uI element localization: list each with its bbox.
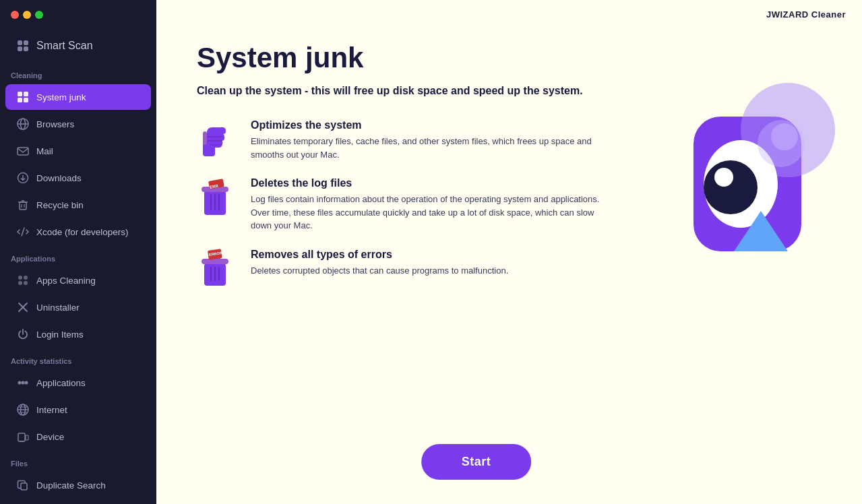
svg-point-67: [771, 123, 798, 150]
svg-rect-1: [24, 40, 28, 45]
features-list: Optimizes the system Eliminates temporar…: [197, 119, 615, 289]
xcode-label: Xcode (for developers): [36, 227, 129, 237]
applications-stat-label: Applications: [36, 378, 86, 388]
logs-icon: ERR: [197, 177, 237, 218]
sidebar-item-apps-cleaning[interactable]: Apps Cleaning: [5, 267, 151, 293]
sidebar-item-duplicate-search[interactable]: Duplicate Search: [5, 472, 151, 498]
feature-text-optimizes: Optimizes the system Eliminates temporar…: [251, 119, 615, 161]
svg-rect-0: [18, 40, 22, 45]
close-button[interactable]: [11, 11, 19, 19]
start-button[interactable]: Start: [421, 444, 532, 480]
feature-desc-errors: Deletes corrupted objects that can cause…: [251, 264, 508, 278]
uninstaller-icon: [16, 301, 30, 314]
svg-rect-2: [18, 46, 22, 51]
errors-icon: ERROR: [197, 249, 237, 289]
sidebar-item-xcode[interactable]: Xcode (for developers): [5, 219, 151, 245]
internet-label: Internet: [36, 405, 67, 415]
start-button-wrap: Start: [421, 444, 532, 480]
sidebar-item-internet[interactable]: Internet: [5, 397, 151, 422]
device-icon: [16, 430, 30, 443]
smart-scan-icon: [16, 39, 30, 53]
sidebar-item-downloads[interactable]: Downloads: [5, 165, 151, 191]
login-items-label: Login Items: [36, 329, 84, 340]
duplicate-search-label: Duplicate Search: [36, 480, 106, 491]
sidebar-item-system-junk[interactable]: System junk: [5, 84, 151, 110]
mail-icon: [16, 144, 30, 158]
svg-rect-3: [24, 46, 28, 51]
svg-rect-37: [21, 483, 27, 490]
section-label-applications: Applications: [0, 245, 156, 267]
sidebar: Smart Scan Cleaning System junk Browsers: [0, 0, 156, 504]
main-header: JWIZARD Cleaner: [156, 0, 862, 29]
svg-point-23: [24, 281, 28, 285]
section-label-activity: Activity statistics: [0, 348, 156, 369]
device-label: Device: [36, 432, 64, 442]
dots-icon: [16, 376, 30, 389]
section-label-files: Files: [0, 450, 156, 472]
xcode-icon: [16, 225, 30, 239]
feature-item-optimizes: Optimizes the system Eliminates temporar…: [197, 119, 615, 161]
page-subtitle: Clean up the system - this will free up …: [197, 83, 601, 99]
download-icon: [16, 171, 30, 185]
svg-rect-34: [18, 433, 25, 441]
system-junk-icon: [16, 90, 30, 104]
svg-point-26: [18, 381, 22, 385]
sidebar-item-smart-scan[interactable]: Smart Scan: [5, 32, 151, 59]
svg-rect-7: [24, 98, 28, 102]
trash-icon: [16, 198, 30, 212]
sidebar-item-device[interactable]: Device: [5, 424, 151, 449]
optimizes-icon: [197, 119, 237, 160]
main-content-area: JWIZARD Cleaner System junk Clean up the…: [156, 0, 862, 504]
app-title: JWIZARD Cleaner: [766, 9, 846, 20]
system-junk-label: System junk: [36, 92, 86, 102]
svg-point-27: [22, 381, 25, 385]
apps-cleaning-icon: [16, 274, 30, 287]
svg-point-22: [18, 281, 22, 285]
sidebar-item-mail[interactable]: Mail: [5, 138, 151, 164]
feature-title-optimizes: Optimizes the system: [251, 119, 615, 131]
feature-text-errors: Removes all types of errors Deletes corr…: [251, 249, 508, 278]
maximize-button[interactable]: [35, 11, 43, 19]
svg-point-20: [18, 276, 22, 280]
feature-title-errors: Removes all types of errors: [251, 249, 508, 261]
uninstaller-label: Uninstaller: [36, 303, 80, 313]
sidebar-item-browsers[interactable]: Browsers: [5, 111, 151, 137]
sidebar-item-recycle-bin[interactable]: Recycle bin: [5, 192, 151, 218]
copy-icon: [16, 478, 30, 492]
traffic-lights: [11, 11, 43, 19]
downloads-label: Downloads: [36, 173, 82, 183]
svg-point-63: [704, 160, 758, 214]
svg-rect-40: [203, 131, 207, 145]
smart-scan-label: Smart Scan: [36, 40, 93, 52]
sidebar-item-applications-stat[interactable]: Applications: [5, 370, 151, 396]
apps-cleaning-label: Apps Cleaning: [36, 276, 96, 286]
feature-text-logs: Deletes the log files Log files contain …: [251, 177, 615, 232]
svg-rect-14: [20, 202, 26, 210]
svg-rect-6: [18, 98, 22, 102]
feature-item-errors: ERROR Removes all types of errors Delete…: [197, 249, 615, 289]
globe2-icon: [16, 403, 30, 416]
recycle-bin-label: Recycle bin: [36, 200, 84, 210]
sidebar-item-uninstaller[interactable]: Uninstaller: [5, 294, 151, 320]
sidebar-item-login-items[interactable]: Login Items: [5, 321, 151, 347]
browsers-icon: [16, 117, 30, 131]
main-content: System junk Clean up the system - this w…: [156, 29, 862, 504]
svg-rect-5: [24, 92, 28, 96]
feature-title-logs: Deletes the log files: [251, 177, 615, 189]
minimize-button[interactable]: [23, 11, 31, 19]
feature-item-logs: ERR Deletes the log files Log files cont…: [197, 177, 615, 232]
feature-desc-logs: Log files contain information about the …: [251, 193, 615, 232]
svg-rect-4: [18, 92, 22, 96]
svg-point-28: [25, 381, 28, 385]
browsers-label: Browsers: [36, 119, 74, 129]
svg-rect-11: [18, 148, 28, 155]
feature-desc-optimizes: Eliminates temporary files, cache files,…: [251, 135, 615, 161]
titlebar: [0, 0, 156, 30]
section-label-cleaning: Cleaning: [0, 62, 156, 84]
illustration: [653, 63, 842, 305]
svg-point-21: [24, 276, 28, 280]
mail-label: Mail: [36, 146, 53, 156]
svg-rect-35: [26, 435, 28, 440]
svg-point-64: [714, 168, 733, 187]
svg-line-19: [22, 228, 24, 236]
